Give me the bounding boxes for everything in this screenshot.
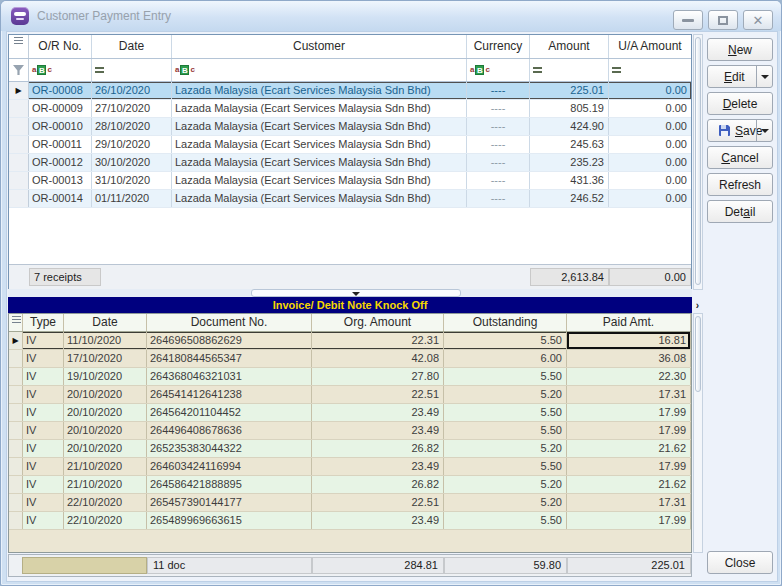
cell-org: 23.49 [312,422,444,439]
expand-panel-button[interactable]: › [692,297,703,313]
knockoff-header-row: TypeDateDocument No.Org. AmountOutstandi… [9,314,691,332]
table-row[interactable]: ▶OR-0000826/10/2020Lazada Malaysia (Ecar… [9,82,691,100]
cell-date: 19/10/2020 [64,368,147,385]
table-row[interactable]: IV20/10/202026456420110445223.495.5017.9… [9,404,691,422]
cell-doc: 264696508862629 [147,332,312,349]
cell-doc: 264368046321031 [147,368,312,385]
column-header-document-no-[interactable]: Document No. [147,314,312,331]
knockoff-org-total: 284.81 [312,557,444,574]
table-row[interactable]: OR-0001230/10/2020Lazada Malaysia (Ecart… [9,154,691,172]
edit-dropdown-button[interactable] [756,66,772,87]
table-row[interactable]: IV20/10/202026454141264123822.515.2017.3… [9,386,691,404]
filter-cell[interactable] [92,59,172,81]
knockoff-vertical-scrollbar[interactable] [693,313,703,553]
cell-date: 20/10/2020 [64,386,147,403]
table-row[interactable]: IV22/10/202026548996966361523.495.5017.9… [9,512,691,530]
cell-amt: 805.19 [530,100,609,117]
cell-type: IV [23,350,64,367]
close-button[interactable]: Close [707,551,773,574]
filter-cell[interactable] [609,59,691,81]
filter-cell[interactable] [530,59,609,81]
maximize-button[interactable] [708,10,738,30]
knockoff-doc-count: 11 doc [147,557,312,574]
column-header-paid-amt-[interactable]: Paid Amt. [567,314,691,331]
table-row[interactable]: IV21/10/202026460342411699423.495.5017.9… [9,458,691,476]
filter-cell[interactable]: aBc [467,59,530,81]
table-row[interactable]: OR-0001129/10/2020Lazada Malaysia (Ecart… [9,136,691,154]
cell-date: 27/10/2020 [92,100,172,117]
table-row[interactable]: IV17/10/202026418084456534742.086.0036.0… [9,350,691,368]
cell-paid: 17.99 [567,512,691,529]
new-button[interactable]: New [707,38,773,61]
cell-out: 5.20 [444,494,567,511]
table-row[interactable]: IV20/10/202026523538304432226.825.2021.6… [9,440,691,458]
cell-out: 5.20 [444,386,567,403]
knockoff-panel-header: Invoice/ Debit Note Knock Off [8,297,692,313]
cell-org: 23.49 [312,404,444,421]
column-header-o-r-no-[interactable]: O/R No. [29,35,92,58]
column-header-type[interactable]: Type [23,314,64,331]
close-window-button[interactable]: ✕ [743,10,773,30]
row-indicator [9,154,29,171]
cell-paid: 17.99 [567,458,691,475]
scrollbar-thumb[interactable] [695,316,701,392]
column-header-u-a-amount[interactable]: U/A Amount [609,35,691,58]
table-row[interactable]: ▶IV11/10/202026469650886262922.315.5016.… [9,332,691,350]
row-indicator [9,368,23,385]
table-row[interactable]: OR-0001401/11/2020Lazada Malaysia (Ecart… [9,190,691,208]
scrollbar-thumb[interactable] [695,37,701,285]
cell-cust: Lazada Malaysia (Ecart Services Malaysia… [172,100,467,117]
cell-org: 42.08 [312,350,444,367]
filter-cell[interactable]: aBc [172,59,467,81]
receipts-ua-total: 0.00 [609,268,691,286]
receipts-rows: ▶OR-0000826/10/2020Lazada Malaysia (Ecar… [9,82,691,208]
row-indicator [9,190,29,207]
column-header-outstanding[interactable]: Outstanding [444,314,567,331]
cell-cust: Lazada Malaysia (Ecart Services Malaysia… [172,190,467,207]
column-header-customer[interactable]: Customer [172,35,467,58]
cell-date: 01/11/2020 [92,190,172,207]
column-header-date[interactable]: Date [92,35,172,58]
close-icon: ✕ [753,14,764,27]
cell-ua: 0.00 [609,136,691,153]
cell-paid: 36.08 [567,350,691,367]
delete-button[interactable]: Delete [707,92,773,115]
table-row[interactable]: OR-0000927/10/2020Lazada Malaysia (Ecart… [9,100,691,118]
save-dropdown-button[interactable] [756,120,772,141]
refresh-button[interactable]: Refresh [707,173,773,196]
cancel-button[interactable]: Cancel [707,146,773,169]
table-row[interactable]: IV20/10/202026449640867863623.495.5017.9… [9,422,691,440]
column-header-org-amount[interactable]: Org. Amount [312,314,444,331]
splitter-handle[interactable] [251,289,461,297]
cell-date: 21/10/2020 [64,476,147,493]
table-row[interactable]: IV22/10/202026545739014417722.515.2017.3… [9,494,691,512]
receipts-vertical-scrollbar[interactable] [693,34,703,290]
column-header-date[interactable]: Date [64,314,147,331]
cell-date: 28/10/2020 [92,118,172,135]
save-button[interactable]: Save [707,119,773,142]
cell-out: 5.50 [444,422,567,439]
cell-date: 11/10/2020 [64,332,147,349]
cell-paid: 21.62 [567,476,691,493]
filter-row-indicator [9,59,29,81]
chevron-down-icon [761,75,769,79]
cell-paid: 17.99 [567,404,691,421]
selected-row-marker-icon: ▶ [12,82,25,99]
cell-org: 26.82 [312,440,444,457]
edit-button[interactable]: Edit [707,65,773,88]
table-row[interactable]: OR-0001331/10/2020Lazada Malaysia (Ecart… [9,172,691,190]
cell-org: 27.80 [312,368,444,385]
row-indicator [9,422,23,439]
column-header-currency[interactable]: Currency [467,35,530,58]
column-header-amount[interactable]: Amount [530,35,609,58]
filter-cell[interactable]: aBc [29,59,92,81]
table-row[interactable]: IV19/10/202026436804632103127.805.5022.3… [9,368,691,386]
abc-filter-icon: aBc [175,65,195,75]
table-row[interactable]: OR-0001028/10/2020Lazada Malaysia (Ecart… [9,118,691,136]
cell-cust: Lazada Malaysia (Ecart Services Malaysia… [172,82,467,99]
minimize-button[interactable] [673,10,703,30]
row-indicator [9,458,23,475]
table-row[interactable]: IV21/10/202026458642188889526.825.2021.6… [9,476,691,494]
cell-curr: ---- [467,154,530,171]
detail-button[interactable]: Detail [707,200,773,223]
